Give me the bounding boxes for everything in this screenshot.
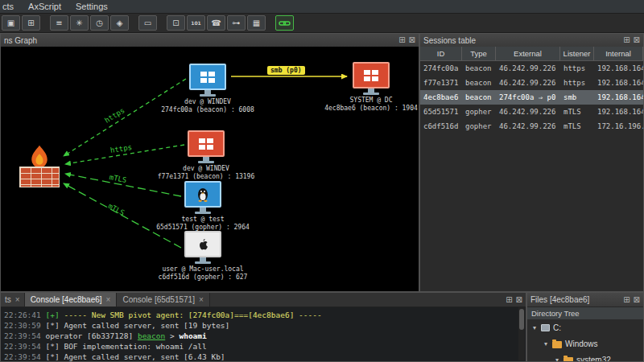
- session-row-f77e1371[interactable]: f77e1371 beacon 46.242.99.226 https 192.…: [420, 76, 643, 90]
- column-header-id[interactable]: ID: [420, 47, 462, 60]
- close-icon[interactable]: ⊠: [409, 36, 415, 44]
- windows-panes-icon[interactable]: ▣: [2, 15, 20, 31]
- console-scrollbar[interactable]: [518, 307, 525, 360]
- column-header-listener[interactable]: Listener: [560, 47, 594, 60]
- tab-label: Console [65d51571]: [122, 295, 195, 304]
- sessions-graph-icon[interactable]: ✳: [70, 15, 89, 31]
- targets-icon[interactable]: ◈: [110, 15, 129, 31]
- binary-icon[interactable]: 101: [187, 15, 205, 31]
- penguin-icon: [197, 187, 208, 202]
- cell-external: 46.242.99.226: [496, 122, 560, 130]
- cell-type: beacon: [462, 93, 496, 101]
- sessions-table-icon[interactable]: ≡: [50, 15, 68, 31]
- cell-internal: 192.168.164.1: [594, 79, 643, 87]
- edge-label-mtls-1: mTLS: [109, 173, 127, 184]
- console-line: 22:39:54 operator [6b337128] beacon > wh…: [4, 331, 522, 341]
- cell-id: 4ec8bae6: [420, 93, 462, 101]
- beacon-link[interactable]: beacon: [138, 331, 165, 340]
- graph-node-f77e1371[interactable]: dev @ WINDEV f77e1371 (beacon) : 13196: [158, 130, 254, 181]
- tree-item-system32[interactable]: ▾ system32: [527, 352, 643, 361]
- cell-type: gopher: [462, 122, 496, 130]
- files-panel-title: Files [4ec8bae6]: [530, 295, 589, 304]
- cell-type: beacon: [462, 64, 496, 72]
- node-host-label: user @ Mac-user.local: [162, 265, 243, 274]
- cell-internal: 192.168.164.1: [594, 64, 643, 72]
- cell-external: 46.242.99.226: [496, 64, 560, 72]
- timer-icon[interactable]: ◷: [90, 15, 109, 31]
- tab-console-65d51571[interactable]: Console [65d51571] ×: [117, 293, 209, 306]
- caret-down-icon[interactable]: ▾: [543, 340, 549, 348]
- linux-host-icon: [184, 181, 221, 208]
- column-header-type[interactable]: Type: [462, 47, 496, 60]
- close-icon[interactable]: ⊠: [634, 36, 640, 44]
- brick-wall-icon: [19, 167, 60, 187]
- menu-item-axscript[interactable]: AxScript: [21, 2, 68, 11]
- menu-item-cts[interactable]: cts: [0, 2, 21, 11]
- graph-node-65d51571[interactable]: test @ test 65d51571 (gopher) : 2964: [155, 181, 251, 232]
- edge-label-smb-pivot: smb (p0): [267, 66, 305, 75]
- popout-icon[interactable]: ⊞: [623, 36, 630, 44]
- script-console-icon[interactable]: ⊞: [22, 15, 40, 31]
- tab-close-icon[interactable]: ×: [199, 295, 204, 304]
- keystrokes-icon[interactable]: ⊶: [227, 15, 246, 31]
- popout-icon[interactable]: ⊞: [398, 36, 405, 44]
- graph-node-4ec8bae6[interactable]: SYSTEM @ DC 4ec8bae6 (beacon) : 1904: [323, 62, 419, 113]
- console-line: 22:39:54 [*] Agent called server, sent […: [4, 352, 522, 362]
- edge-label-https-1: https: [103, 106, 126, 125]
- tree-item-windows[interactable]: ▾ Windows: [527, 335, 643, 352]
- graph-node-c6df516d[interactable]: user @ Mac-user.local c6df516d (gopher) …: [155, 231, 251, 282]
- cell-internal: 192.168.164.1: [594, 108, 643, 116]
- cell-listener: https: [560, 64, 594, 72]
- menubar: cts AxScript Settings: [0, 0, 644, 14]
- graph-node-274fc00a[interactable]: dev @ WINDEV 274fc00a (beacon) : 6008: [159, 64, 256, 114]
- graph-panel-titlebar: ns Graph ⊞ ⊠: [1, 34, 419, 47]
- screenshot-icon[interactable]: ▭: [138, 15, 157, 31]
- session-row-4ec8bae6[interactable]: 4ec8bae6 beacon 274fc00a ⇒ p0 smb 192.16…: [420, 90, 643, 105]
- flame-icon: [26, 145, 53, 169]
- sessions-graph-canvas[interactable]: https https mTLS mTLS dev @ WINDEV 2: [1, 47, 419, 291]
- windows-logo-icon: [364, 70, 378, 81]
- cell-type: beacon: [462, 79, 496, 87]
- tab-close-icon[interactable]: ×: [15, 295, 20, 304]
- caret-down-icon[interactable]: ▾: [554, 356, 560, 362]
- console-output[interactable]: 22:26:41 [+] ----- New SMB pivot agent: …: [1, 307, 526, 362]
- session-row-274fc00a[interactable]: 274fc00a beacon 46.242.99.226 https 192.…: [420, 61, 643, 76]
- node-session-label: 274fc00a (beacon) : 6008: [161, 106, 254, 114]
- toolbar: ▣ ⊞ ≡ ✳ ◷ ◈ ▭ ⊡ 101 ☎ ⊶ ▦: [0, 14, 644, 33]
- tree-item-label: Windows: [565, 339, 598, 348]
- session-row-65d51571[interactable]: 65d51571 gopher 46.242.99.226 mTLS 192.1…: [420, 105, 643, 119]
- windows-host-icon: [353, 62, 390, 88]
- menu-item-settings[interactable]: Settings: [68, 2, 115, 11]
- cell-listener: https: [560, 79, 594, 87]
- caret-down-icon[interactable]: ▾: [531, 324, 538, 331]
- tab-console-4ec8bae6[interactable]: Console [4ec8bae6] ×: [25, 293, 118, 306]
- drive-icon: [541, 324, 550, 331]
- phone-icon[interactable]: ☎: [207, 15, 225, 31]
- sessions-panel-title: Sessions table: [423, 36, 476, 45]
- app-window: cts AxScript Settings ▣ ⊞ ≡ ✳ ◷ ◈ ▭ ⊡ 10…: [0, 0, 644, 362]
- tab-clipped[interactable]: ts ×: [1, 293, 25, 306]
- apple-icon: [198, 238, 208, 251]
- edge-label-https-2: https: [109, 143, 132, 154]
- folder-icon: [552, 341, 562, 348]
- scrollbar-thumb[interactable]: [519, 309, 524, 330]
- close-icon[interactable]: ⊠: [634, 296, 640, 304]
- popout-icon[interactable]: ⊞: [506, 296, 512, 304]
- popout-icon[interactable]: ⊞: [623, 296, 630, 304]
- downloads-icon[interactable]: ▦: [247, 15, 266, 31]
- node-session-label: 4ec8bae6 (beacon) : 1904: [324, 105, 418, 113]
- tree-item-c-drive[interactable]: ▾ C:: [527, 319, 643, 335]
- cell-id: 65d51571: [420, 108, 462, 116]
- remote-desktop-icon[interactable]: ⊡: [167, 15, 185, 31]
- cell-internal: 192.168.164.1: [594, 93, 643, 101]
- session-row-c6df516d[interactable]: c6df516d gopher 46.242.99.226 mTLS 172.1…: [420, 119, 643, 134]
- console-line: 22:26:41 [+] ----- New SMB pivot agent: …: [4, 310, 522, 320]
- node-session-label: c6df516d (gopher) : 627: [159, 274, 248, 282]
- close-icon[interactable]: ⊠: [516, 296, 522, 304]
- column-header-external[interactable]: External: [496, 47, 560, 60]
- column-header-internal[interactable]: Internal: [594, 47, 643, 60]
- cell-external: 46.242.99.226: [496, 108, 560, 116]
- cell-listener: mTLS: [560, 122, 594, 130]
- link-listener-icon[interactable]: [275, 15, 294, 31]
- tab-close-icon[interactable]: ×: [106, 295, 111, 304]
